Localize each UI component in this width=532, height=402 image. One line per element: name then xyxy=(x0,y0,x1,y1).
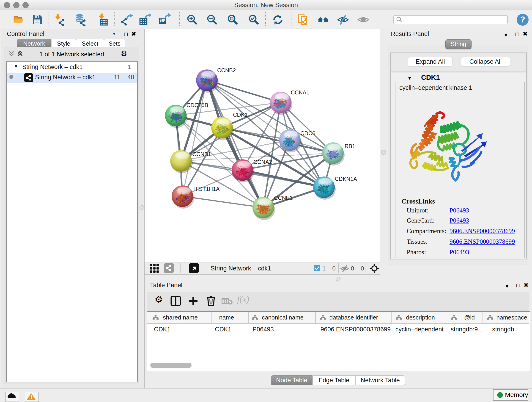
svg-text:CCNA2: CCNA2 xyxy=(253,159,272,165)
svg-text:CCNE1: CCNE1 xyxy=(274,195,293,201)
svg-text:CDK1: CDK1 xyxy=(233,112,248,118)
svg-text:CCNB2: CCNB2 xyxy=(217,67,236,73)
svg-text:RB1: RB1 xyxy=(345,143,355,149)
svg-text:?: ? xyxy=(520,15,525,24)
svg-text:CDKN1A: CDKN1A xyxy=(335,176,357,182)
svg-text:CCNA1: CCNA1 xyxy=(291,89,309,96)
svg-text:CCNB1: CCNB1 xyxy=(192,151,211,157)
svg-text:CDC25B: CDC25B xyxy=(186,102,208,108)
svg-text:CDC6: CDC6 xyxy=(300,130,315,136)
svg-text:HIST1H1A: HIST1H1A xyxy=(193,186,220,192)
